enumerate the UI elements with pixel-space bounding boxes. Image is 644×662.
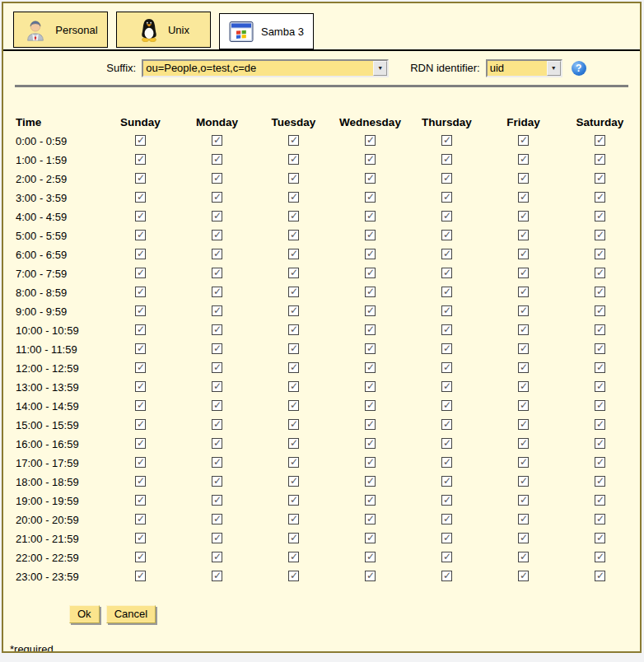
hour-checkbox[interactable] xyxy=(595,135,605,146)
hour-checkbox[interactable] xyxy=(365,135,376,146)
hour-checkbox[interactable] xyxy=(518,173,529,184)
hour-checkbox[interactable] xyxy=(595,533,605,543)
hour-checkbox[interactable] xyxy=(135,362,146,373)
hour-checkbox[interactable] xyxy=(518,438,529,449)
hour-checkbox[interactable] xyxy=(135,514,146,524)
hour-checkbox[interactable] xyxy=(595,552,605,562)
hour-checkbox[interactable] xyxy=(365,230,376,240)
hour-checkbox[interactable] xyxy=(288,533,299,543)
hour-checkbox[interactable] xyxy=(518,135,529,146)
hour-checkbox[interactable] xyxy=(595,438,605,449)
hour-checkbox[interactable] xyxy=(288,343,299,354)
hour-checkbox[interactable] xyxy=(288,438,299,449)
hour-checkbox[interactable] xyxy=(441,552,452,562)
hour-checkbox[interactable] xyxy=(288,324,299,335)
hour-checkbox[interactable] xyxy=(365,381,376,392)
hour-checkbox[interactable] xyxy=(135,305,146,316)
hour-checkbox[interactable] xyxy=(595,211,605,221)
hour-checkbox[interactable] xyxy=(595,154,605,165)
hour-checkbox[interactable] xyxy=(595,268,605,278)
hour-checkbox[interactable] xyxy=(441,476,452,487)
hour-checkbox[interactable] xyxy=(441,230,452,240)
hour-checkbox[interactable] xyxy=(518,230,529,240)
hour-checkbox[interactable] xyxy=(212,211,222,221)
hour-checkbox[interactable] xyxy=(212,343,222,354)
hour-checkbox[interactable] xyxy=(365,438,376,449)
hour-checkbox[interactable] xyxy=(365,154,376,165)
hour-checkbox[interactable] xyxy=(135,552,146,562)
hour-checkbox[interactable] xyxy=(135,230,146,240)
hour-checkbox[interactable] xyxy=(135,476,146,487)
rdn-select[interactable]: uid ▼ xyxy=(486,59,562,77)
tab-samba3[interactable]: Samba 3 xyxy=(219,13,314,49)
hour-checkbox[interactable] xyxy=(135,268,146,278)
hour-checkbox[interactable] xyxy=(595,457,605,468)
help-icon[interactable]: ? xyxy=(572,61,586,76)
hour-checkbox[interactable] xyxy=(212,154,222,165)
hour-checkbox[interactable] xyxy=(365,362,376,373)
hour-checkbox[interactable] xyxy=(365,533,376,543)
hour-checkbox[interactable] xyxy=(518,476,529,487)
hour-checkbox[interactable] xyxy=(212,362,222,373)
hour-checkbox[interactable] xyxy=(595,476,605,487)
hour-checkbox[interactable] xyxy=(518,571,529,581)
hour-checkbox[interactable] xyxy=(288,400,299,411)
hour-checkbox[interactable] xyxy=(288,305,299,316)
hour-checkbox[interactable] xyxy=(595,305,605,316)
hour-checkbox[interactable] xyxy=(135,495,146,506)
hour-checkbox[interactable] xyxy=(441,362,452,373)
hour-checkbox[interactable] xyxy=(365,249,376,259)
hour-checkbox[interactable] xyxy=(212,230,222,240)
ok-button[interactable]: Ok xyxy=(69,605,100,623)
hour-checkbox[interactable] xyxy=(518,381,529,392)
hour-checkbox[interactable] xyxy=(288,249,299,259)
hour-checkbox[interactable] xyxy=(212,381,222,392)
hour-checkbox[interactable] xyxy=(441,400,452,411)
hour-checkbox[interactable] xyxy=(365,211,376,221)
hour-checkbox[interactable] xyxy=(212,400,222,411)
dropdown-arrow-icon[interactable]: ▼ xyxy=(373,61,387,76)
hour-checkbox[interactable] xyxy=(135,324,146,335)
hour-checkbox[interactable] xyxy=(212,419,222,430)
hour-checkbox[interactable] xyxy=(365,495,376,506)
hour-checkbox[interactable] xyxy=(135,457,146,468)
hour-checkbox[interactable] xyxy=(212,476,222,487)
hour-checkbox[interactable] xyxy=(212,135,222,146)
hour-checkbox[interactable] xyxy=(365,192,376,203)
hour-checkbox[interactable] xyxy=(441,457,452,468)
hour-checkbox[interactable] xyxy=(441,249,452,259)
hour-checkbox[interactable] xyxy=(441,514,452,524)
hour-checkbox[interactable] xyxy=(212,457,222,468)
hour-checkbox[interactable] xyxy=(212,495,222,506)
hour-checkbox[interactable] xyxy=(135,192,146,203)
hour-checkbox[interactable] xyxy=(365,457,376,468)
hour-checkbox[interactable] xyxy=(135,211,146,221)
hour-checkbox[interactable] xyxy=(441,305,452,316)
hour-checkbox[interactable] xyxy=(595,571,605,581)
hour-checkbox[interactable] xyxy=(441,211,452,221)
hour-checkbox[interactable] xyxy=(212,173,222,184)
hour-checkbox[interactable] xyxy=(288,154,299,165)
hour-checkbox[interactable] xyxy=(135,287,146,297)
hour-checkbox[interactable] xyxy=(518,324,529,335)
hour-checkbox[interactable] xyxy=(441,533,452,543)
hour-checkbox[interactable] xyxy=(595,324,605,335)
hour-checkbox[interactable] xyxy=(212,249,222,259)
hour-checkbox[interactable] xyxy=(595,362,605,373)
hour-checkbox[interactable] xyxy=(595,249,605,259)
hour-checkbox[interactable] xyxy=(518,533,529,543)
hour-checkbox[interactable] xyxy=(441,287,452,297)
hour-checkbox[interactable] xyxy=(365,514,376,524)
hour-checkbox[interactable] xyxy=(288,173,299,184)
hour-checkbox[interactable] xyxy=(135,135,146,146)
hour-checkbox[interactable] xyxy=(441,571,452,581)
hour-checkbox[interactable] xyxy=(595,514,605,524)
hour-checkbox[interactable] xyxy=(288,287,299,297)
hour-checkbox[interactable] xyxy=(518,343,529,354)
hour-checkbox[interactable] xyxy=(212,438,222,449)
hour-checkbox[interactable] xyxy=(135,533,146,543)
hour-checkbox[interactable] xyxy=(441,154,452,165)
hour-checkbox[interactable] xyxy=(212,514,222,524)
hour-checkbox[interactable] xyxy=(518,154,529,165)
hour-checkbox[interactable] xyxy=(595,192,605,203)
